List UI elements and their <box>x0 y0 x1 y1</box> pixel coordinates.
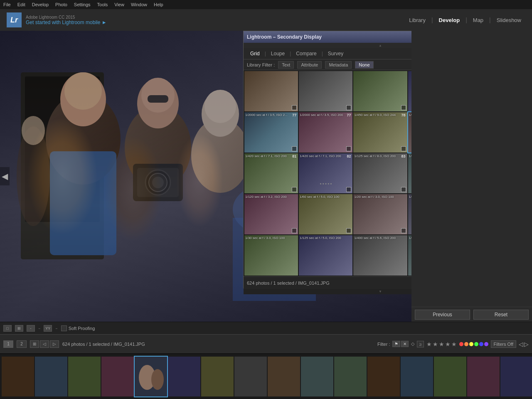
cell-checkbox[interactable] <box>292 228 297 233</box>
color-purple[interactable] <box>484 342 488 346</box>
star-2[interactable]: ★ <box>433 341 438 347</box>
flag-filter-button[interactable]: ⚑ <box>392 341 400 347</box>
tab-develop[interactable]: Develop <box>435 15 464 25</box>
cell-checkbox[interactable] <box>401 228 406 233</box>
filmstrip-thumb[interactable] <box>234 357 267 397</box>
grid-cell[interactable]: 1/30 sec at f / 3.0, ISO 100 <box>244 235 298 276</box>
sec-tab-grid[interactable]: Grid <box>247 49 263 58</box>
sec-tab-survey[interactable]: Survey <box>325 49 347 58</box>
filmstrip-thumb[interactable] <box>35 357 67 397</box>
color-green[interactable] <box>474 342 478 346</box>
filmstrip-thumb[interactable] <box>101 357 134 397</box>
secondary-expand[interactable] <box>244 289 411 294</box>
grid-cell[interactable]: 1/125 sec at f / 5.0, ISO 200 <box>299 235 352 276</box>
prev-arrow[interactable]: ◀ <box>0 167 10 185</box>
color-yellow[interactable] <box>469 342 473 346</box>
filmstrip-thumb[interactable] <box>434 357 466 397</box>
sec-tab-compare[interactable]: Compare <box>293 49 320 58</box>
filmstrip-thumb[interactable] <box>2 357 34 397</box>
grid-cell[interactable]: 1/2000 sec at f / 3.5, ISO 2... 77 <box>244 112 298 153</box>
grid-cell[interactable]: 1/125 sec at f / 8.0, ISO 200 83 <box>353 153 407 194</box>
yy-mm-icon[interactable]: YY <box>44 325 52 332</box>
menu-help[interactable]: Help <box>154 2 163 7</box>
grid-cell[interactable]: 1/450 sec at f / 9.0, ISO 244 78 <box>353 112 407 153</box>
cell-checkbox[interactable] <box>346 146 351 151</box>
filter-text-button[interactable]: Text <box>278 61 294 69</box>
unflag-filter-button[interactable]: ✕ <box>401 341 409 347</box>
star-1[interactable]: ★ <box>426 341 432 347</box>
next-sort-button[interactable]: ▷ <box>50 340 59 348</box>
single-view-icon[interactable]: □ <box>3 325 12 332</box>
star-5[interactable]: ★ <box>451 341 457 347</box>
grid-cell[interactable]: 1/120 sec at f / 3.2, ISO 200 <box>244 194 298 234</box>
filter-metadata-button[interactable]: Metadata <box>325 61 352 69</box>
menu-view[interactable]: View <box>114 2 124 7</box>
cell-checkbox[interactable] <box>346 187 351 192</box>
filmstrip-thumb[interactable] <box>301 357 333 397</box>
cell-checkbox[interactable] <box>292 187 297 192</box>
filmstrip-thumb[interactable] <box>500 357 532 397</box>
filmstrip-thumb[interactable] <box>367 357 400 397</box>
cell-checkbox[interactable] <box>292 105 297 110</box>
secondary-resize-handle[interactable] <box>244 43 411 48</box>
color-blue[interactable] <box>479 342 483 346</box>
grid-sort-button[interactable]: ⊞ <box>30 340 39 348</box>
grid-cell[interactable] <box>353 71 407 111</box>
color-red[interactable] <box>459 342 463 346</box>
nav-view-2-button[interactable]: 2 <box>17 340 27 348</box>
prev-sort-button[interactable]: ◁ <box>40 340 49 348</box>
menu-edit[interactable]: Edit <box>17 2 25 7</box>
sec-tab-loupe[interactable]: Loupe <box>268 49 288 58</box>
filmstrip-thumb[interactable] <box>401 357 433 397</box>
grid-cell[interactable]: 1/20 sec at f / 3.0, ISO 100 <box>353 194 407 234</box>
grid-cell[interactable]: 1/420 sec at f / 7.1, ISO 200 82 ● ● ● ●… <box>299 153 352 194</box>
menu-settings[interactable]: Settings <box>74 2 91 7</box>
grid-cell[interactable]: 1/60 sec at f / 5.0, ISO 100 <box>299 194 352 234</box>
photo-grid[interactable]: ✓ 1/2000 sec at f / 3.5, ISO 2... 77 1/2… <box>244 70 411 276</box>
grid-cell[interactable]: 1/30 sec at f / 3.6, ISO 200 ✓✓ <box>408 194 411 234</box>
grid-cell[interactable] <box>244 71 298 111</box>
grid-cell[interactable]: ✓ <box>408 71 411 111</box>
menu-tools[interactable]: Tools <box>97 2 108 7</box>
cell-checkbox[interactable] <box>401 105 406 110</box>
filmstrip-thumb[interactable] <box>168 357 200 397</box>
grid-cell[interactable]: 1/400 sec at f / 5.6, ISO 200 <box>353 235 407 276</box>
grid-cell[interactable]: 1/350 sec at f / 6.4, ISO 1064 79 ✓✓ <box>408 112 411 153</box>
filmstrip-thumb[interactable] <box>268 357 300 397</box>
soft-proofing-toggle[interactable]: Soft Proofing <box>61 325 95 331</box>
nav-right-icon[interactable]: ▷ <box>524 341 529 347</box>
filmstrip-thumb[interactable] <box>68 357 101 397</box>
filmstrip-thumb[interactable] <box>467 357 500 397</box>
filter-attribute-button[interactable]: Attribute <box>297 61 322 69</box>
tab-library[interactable]: Library <box>405 15 430 25</box>
cell-checkbox[interactable] <box>401 187 406 192</box>
filmstrip-thumb[interactable] <box>201 357 234 397</box>
grid-cell[interactable]: 1/160 sec at f / 8.0, ISO 200 ✓✓ <box>408 153 411 194</box>
nav-view-1-button[interactable]: 1 <box>3 340 13 348</box>
tab-map[interactable]: Map <box>469 15 488 25</box>
filmstrip-thumb-selected[interactable] <box>135 357 167 397</box>
cell-checkbox[interactable] <box>401 146 406 151</box>
menu-develop[interactable]: Develop <box>32 2 49 7</box>
compare-view-icon[interactable]: - <box>27 325 35 332</box>
grid-cell[interactable]: 1/2000 sec at f / 3.5, ISO 200 77 <box>299 112 352 153</box>
soft-proofing-checkbox[interactable] <box>61 325 67 331</box>
previous-button[interactable]: Previous <box>415 310 470 320</box>
filters-off-button[interactable]: Filters Off <box>491 340 516 348</box>
tab-slideshow[interactable]: Slideshow <box>493 15 525 25</box>
filter-none-button[interactable]: None <box>355 61 373 69</box>
filmstrip-thumb[interactable] <box>334 357 367 397</box>
grid-view-icon[interactable]: ⊞ <box>15 325 23 332</box>
cell-checkbox[interactable] <box>346 228 351 233</box>
menu-photo[interactable]: Photo <box>55 2 67 7</box>
color-orange[interactable] <box>464 342 468 346</box>
cell-checkbox[interactable] <box>346 105 351 110</box>
menu-window[interactable]: Window <box>131 2 147 7</box>
grid-cell[interactable]: 1/420 sec at f / 7.1, ISO 200 81 <box>244 153 298 194</box>
reset-button[interactable]: Reset <box>473 310 529 320</box>
grid-cell[interactable]: 1/940 sec at f / 5.6, ISO 200 <box>408 235 411 276</box>
star-3[interactable]: ★ <box>439 341 444 347</box>
nav-left-icon[interactable]: ◁ <box>519 341 523 347</box>
menu-file[interactable]: File <box>3 2 11 7</box>
grid-cell[interactable] <box>299 71 352 111</box>
